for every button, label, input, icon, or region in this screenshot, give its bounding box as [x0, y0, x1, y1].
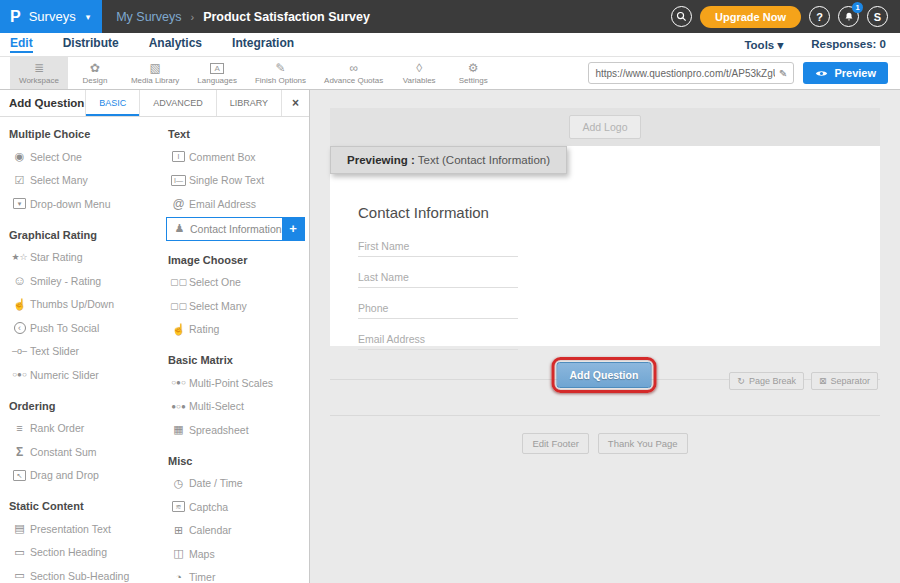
qtype-date-time[interactable]: ◷ Date / Time — [168, 472, 309, 496]
tab-library[interactable]: LIBRARY — [216, 90, 281, 116]
page-break-button[interactable]: ↻ Page Break — [729, 372, 804, 390]
upgrade-now-button[interactable]: Upgrade Now — [700, 6, 801, 28]
help-button[interactable]: ? — [809, 6, 830, 27]
tab-advanced[interactable]: ADVANCED — [139, 90, 215, 116]
add-question-button[interactable]: Add Question — [557, 362, 652, 388]
calendar-icon: ⊞ — [168, 524, 189, 537]
qtype-contact-information-selected[interactable]: ♟ Contact Information + — [166, 217, 305, 241]
ribbon-workspace[interactable]: ≣ Workspace — [10, 57, 68, 89]
survey-url: https://www.questionpro.com/t/AP53kZgUI — [595, 68, 775, 79]
tab-analytics[interactable]: Analytics — [149, 36, 202, 53]
qtype-section-heading[interactable]: ▭ Section Heading — [9, 541, 168, 565]
first-name-field[interactable]: First Name — [358, 240, 518, 257]
phone-field[interactable]: Phone — [358, 302, 518, 319]
questionpro-logo: P — [10, 8, 21, 26]
ribbon-advance-quotas[interactable]: ∞ Advance Quotas — [315, 57, 392, 89]
qtype-thumbs-up-down[interactable]: ☝ Thumbs Up/Down — [9, 293, 168, 317]
qtype-section-sub-heading[interactable]: ▭ Section Sub-Heading — [9, 564, 168, 583]
qtype-calendar[interactable]: ⊞ Calendar — [168, 519, 309, 543]
ribbon-settings[interactable]: ⚙ Settings — [446, 57, 500, 89]
panel-column-2: Text I Comment Box I— Single Row Text @ … — [168, 119, 309, 583]
person-icon: ♟ — [169, 222, 190, 235]
previewing-value: Text (Contact Information) — [415, 154, 550, 166]
survey-url-field[interactable]: https://www.questionpro.com/t/AP53kZgUI … — [588, 62, 794, 84]
product-switcher[interactable]: P Surveys ▾ — [0, 0, 102, 33]
qtype-image-select-one[interactable]: ▢▢ Select One — [168, 271, 309, 295]
eye-icon — [815, 69, 828, 78]
add-question-panel: Add Question BASIC ADVANCED LIBRARY × Mu… — [0, 90, 310, 583]
section-image-chooser: Image Chooser — [168, 254, 309, 266]
qtype-image-rating[interactable]: ☝ Rating — [168, 318, 309, 342]
breadcrumb-my-surveys[interactable]: My Surveys — [116, 10, 181, 24]
ribbon-design[interactable]: ✿ Design — [68, 57, 122, 89]
section-text: Text — [168, 128, 309, 140]
qtype-multi-point-scales[interactable]: ○●○ Multi-Point Scales — [168, 371, 309, 395]
qtype-presentation-text[interactable]: ▤ Presentation Text — [9, 517, 168, 541]
thumb-icon: ☝ — [9, 298, 30, 311]
thank-you-page-button[interactable]: Thank You Page — [598, 433, 688, 454]
breadcrumb-separator: › — [190, 11, 194, 23]
qtype-star-rating[interactable]: ★☆ Star Rating — [9, 246, 168, 270]
previewing-label: Previewing : — [347, 154, 415, 166]
edit-footer-button[interactable]: Edit Footer — [522, 433, 588, 454]
qtype-select-many[interactable]: ☑ Select Many — [9, 169, 168, 193]
ribbon-media-library[interactable]: ▧ Media Library — [122, 57, 188, 89]
tab-integration[interactable]: Integration — [232, 36, 294, 53]
user-avatar[interactable]: S — [867, 6, 888, 27]
ribbon-languages[interactable]: A Languages — [188, 57, 246, 89]
qtype-multi-select[interactable]: ●○● Multi-Select — [168, 395, 309, 419]
question-preview-card: Previewing : Text (Contact Information) … — [330, 146, 880, 346]
tab-basic[interactable]: BASIC — [85, 90, 139, 116]
tools-menu[interactable]: Tools ▾ — [744, 38, 783, 52]
captcha-icon: ≋ — [168, 501, 189, 512]
qtype-rank-order[interactable]: ≡ Rank Order — [9, 417, 168, 441]
qtype-text-slider[interactable]: –o– Text Slider — [9, 340, 168, 364]
last-name-field[interactable]: Last Name — [358, 271, 518, 288]
ribbon-variables[interactable]: ◊ Variables — [392, 57, 446, 89]
qtype-push-to-social[interactable]: ‹ Push To Social — [9, 316, 168, 340]
contact-information-form: Contact Information First Name Last Name… — [330, 146, 880, 350]
tab-distribute[interactable]: Distribute — [63, 36, 119, 53]
comment-box-icon: I — [168, 151, 189, 162]
ordered-list-icon: ≡ — [9, 422, 30, 434]
clock-calendar-icon: ◷ — [168, 477, 189, 490]
qtype-maps[interactable]: ◫ Maps — [168, 542, 309, 566]
edit-url-icon[interactable]: ✎ — [779, 68, 787, 79]
translate-icon: A — [210, 61, 223, 75]
qtype-image-select-many[interactable]: ▢▢ Select Many — [168, 294, 309, 318]
ribbon-finish-options[interactable]: ✎ Finish Options — [246, 57, 315, 89]
qtype-captcha[interactable]: ≋ Captcha — [168, 495, 309, 519]
qtype-spreadsheet[interactable]: ▦ Spreadsheet — [168, 418, 309, 442]
search-button[interactable] — [671, 6, 692, 27]
qtype-dropdown-menu[interactable]: ▾ Drop-down Menu — [9, 192, 168, 216]
tag-icon: ◊ — [416, 62, 422, 75]
add-logo-button[interactable]: Add Logo — [569, 115, 642, 139]
tab-edit[interactable]: Edit — [10, 36, 33, 53]
chevron-down-icon: ▾ — [777, 39, 783, 51]
qtype-email-address[interactable]: @ Email Address — [168, 192, 309, 216]
avatar-initial: S — [874, 11, 881, 23]
section-multiple-choice: Multiple Choice — [9, 128, 168, 140]
checkbox-list-icon: ☑ — [9, 174, 30, 187]
qtype-single-row-text[interactable]: I— Single Row Text — [168, 169, 309, 193]
preview-button[interactable]: Preview — [803, 62, 888, 84]
qtype-numeric-slider[interactable]: ○●○ Numeric Slider — [9, 363, 168, 387]
notifications-button[interactable]: 1 — [838, 6, 859, 27]
close-panel-button[interactable]: × — [281, 90, 309, 116]
question-mark-icon: ? — [816, 11, 823, 23]
qtype-constant-sum[interactable]: Σ Constant Sum — [9, 440, 168, 464]
qtype-smiley-rating[interactable]: ☺ Smiley - Rating — [9, 269, 168, 293]
add-contact-information-button[interactable]: + — [282, 218, 304, 240]
heading-block-icon: ▭ — [9, 546, 30, 559]
responses-link[interactable]: Responses: 0 — [811, 38, 886, 52]
map-icon: ◫ — [168, 547, 189, 560]
qtype-select-one[interactable]: ◉ Select One — [9, 145, 168, 169]
section-misc: Misc — [168, 455, 309, 467]
separator-button[interactable]: ⊠ Separator — [811, 372, 878, 390]
dropdown-icon: ▾ — [9, 198, 30, 209]
slider-icon: –o– — [9, 346, 30, 356]
qtype-timer[interactable]: ◔ Timer — [168, 566, 309, 583]
qtype-comment-box[interactable]: I Comment Box — [168, 145, 309, 169]
page-break-icon: ↻ — [737, 376, 745, 386]
qtype-drag-and-drop[interactable]: ↖ Drag and Drop — [9, 464, 168, 488]
